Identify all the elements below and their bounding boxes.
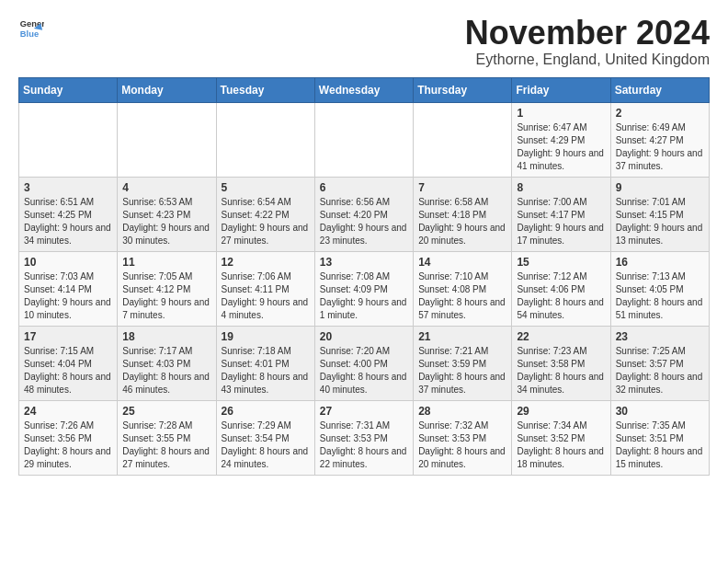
day-cell: 1Sunrise: 6:47 AMSunset: 4:29 PMDaylight…: [512, 102, 610, 177]
day-info: Sunrise: 7:29 AMSunset: 3:54 PMDaylight:…: [222, 419, 310, 471]
day-number: 12: [222, 256, 310, 269]
day-number: 30: [616, 405, 704, 418]
week-row-4: 17Sunrise: 7:15 AMSunset: 4:04 PMDayligh…: [19, 326, 710, 400]
svg-text:Blue: Blue: [20, 29, 39, 39]
day-cell: 9Sunrise: 7:01 AMSunset: 4:15 PMDaylight…: [610, 177, 709, 251]
day-number: 26: [222, 405, 310, 418]
weekday-header-saturday: Saturday: [610, 77, 709, 102]
day-cell: 2Sunrise: 6:49 AMSunset: 4:27 PMDaylight…: [610, 102, 709, 177]
day-cell: 10Sunrise: 7:03 AMSunset: 4:14 PMDayligh…: [19, 251, 118, 326]
day-number: 8: [517, 181, 605, 194]
day-number: 11: [122, 256, 210, 269]
day-number: 19: [222, 330, 310, 343]
day-cell: 19Sunrise: 7:18 AMSunset: 4:01 PMDayligh…: [216, 326, 314, 400]
day-info: Sunrise: 6:56 AMSunset: 4:20 PMDaylight:…: [320, 196, 408, 247]
week-row-1: 1Sunrise: 6:47 AMSunset: 4:29 PMDaylight…: [19, 102, 710, 177]
day-cell: 4Sunrise: 6:53 AMSunset: 4:23 PMDaylight…: [118, 177, 216, 251]
day-cell: 23Sunrise: 7:25 AMSunset: 3:57 PMDayligh…: [610, 326, 709, 400]
day-info: Sunrise: 7:25 AMSunset: 3:57 PMDaylight:…: [616, 345, 704, 396]
day-number: 21: [418, 330, 506, 343]
weekday-header-sunday: Sunday: [19, 77, 118, 102]
day-number: 4: [122, 181, 210, 194]
day-cell: 29Sunrise: 7:34 AMSunset: 3:52 PMDayligh…: [512, 400, 610, 475]
day-number: 17: [24, 330, 112, 343]
day-number: 28: [418, 405, 506, 418]
day-info: Sunrise: 7:05 AMSunset: 4:12 PMDaylight:…: [122, 270, 210, 322]
day-cell: [414, 102, 512, 177]
day-info: Sunrise: 7:26 AMSunset: 3:56 PMDaylight:…: [24, 419, 112, 471]
day-info: Sunrise: 6:53 AMSunset: 4:23 PMDaylight:…: [122, 196, 210, 247]
day-number: 10: [24, 256, 112, 269]
day-number: 14: [418, 256, 506, 269]
day-number: 25: [122, 405, 210, 418]
day-cell: 13Sunrise: 7:08 AMSunset: 4:09 PMDayligh…: [314, 251, 413, 326]
day-info: Sunrise: 7:00 AMSunset: 4:17 PMDaylight:…: [517, 196, 605, 247]
weekday-header-wednesday: Wednesday: [314, 77, 413, 102]
day-cell: 11Sunrise: 7:05 AMSunset: 4:12 PMDayligh…: [118, 251, 216, 326]
day-number: 23: [616, 330, 704, 343]
day-number: 7: [418, 181, 506, 194]
day-cell: 17Sunrise: 7:15 AMSunset: 4:04 PMDayligh…: [19, 326, 118, 400]
location-title: Eythorne, England, United Kingdom: [465, 52, 710, 68]
day-number: 27: [320, 405, 408, 418]
day-info: Sunrise: 7:12 AMSunset: 4:06 PMDaylight:…: [517, 270, 605, 322]
day-info: Sunrise: 7:01 AMSunset: 4:15 PMDaylight:…: [616, 196, 704, 247]
day-info: Sunrise: 7:13 AMSunset: 4:05 PMDaylight:…: [616, 270, 704, 322]
day-cell: 25Sunrise: 7:28 AMSunset: 3:55 PMDayligh…: [118, 400, 216, 475]
weekday-header-thursday: Thursday: [414, 77, 512, 102]
day-cell: 22Sunrise: 7:23 AMSunset: 3:58 PMDayligh…: [512, 326, 610, 400]
day-cell: [19, 102, 118, 177]
day-cell: 30Sunrise: 7:35 AMSunset: 3:51 PMDayligh…: [610, 400, 709, 475]
week-row-5: 24Sunrise: 7:26 AMSunset: 3:56 PMDayligh…: [19, 400, 710, 475]
day-cell: [314, 102, 413, 177]
week-row-3: 10Sunrise: 7:03 AMSunset: 4:14 PMDayligh…: [19, 251, 710, 326]
day-info: Sunrise: 6:47 AMSunset: 4:29 PMDaylight:…: [517, 121, 605, 173]
calendar-table: SundayMondayTuesdayWednesdayThursdayFrid…: [18, 77, 710, 476]
day-info: Sunrise: 6:51 AMSunset: 4:25 PMDaylight:…: [24, 196, 112, 247]
day-info: Sunrise: 7:10 AMSunset: 4:08 PMDaylight:…: [418, 270, 506, 322]
day-cell: [118, 102, 216, 177]
day-number: 9: [616, 181, 704, 194]
day-cell: 12Sunrise: 7:06 AMSunset: 4:11 PMDayligh…: [216, 251, 314, 326]
day-cell: 20Sunrise: 7:20 AMSunset: 4:00 PMDayligh…: [314, 326, 413, 400]
day-info: Sunrise: 7:03 AMSunset: 4:14 PMDaylight:…: [24, 270, 112, 322]
day-cell: 27Sunrise: 7:31 AMSunset: 3:53 PMDayligh…: [314, 400, 413, 475]
weekday-header-friday: Friday: [512, 77, 610, 102]
day-info: Sunrise: 7:17 AMSunset: 4:03 PMDaylight:…: [122, 345, 210, 396]
day-number: 2: [616, 107, 704, 120]
day-cell: 16Sunrise: 7:13 AMSunset: 4:05 PMDayligh…: [610, 251, 709, 326]
day-number: 18: [122, 330, 210, 343]
day-cell: 3Sunrise: 6:51 AMSunset: 4:25 PMDaylight…: [19, 177, 118, 251]
day-info: Sunrise: 7:34 AMSunset: 3:52 PMDaylight:…: [517, 419, 605, 471]
day-cell: 18Sunrise: 7:17 AMSunset: 4:03 PMDayligh…: [118, 326, 216, 400]
day-info: Sunrise: 7:15 AMSunset: 4:04 PMDaylight:…: [24, 345, 112, 396]
day-cell: 26Sunrise: 7:29 AMSunset: 3:54 PMDayligh…: [216, 400, 314, 475]
day-number: 13: [320, 256, 408, 269]
day-number: 20: [320, 330, 408, 343]
day-info: Sunrise: 7:35 AMSunset: 3:51 PMDaylight:…: [616, 419, 704, 471]
day-number: 24: [24, 405, 112, 418]
day-number: 29: [517, 405, 605, 418]
weekday-header-monday: Monday: [118, 77, 216, 102]
title-block: November 2024 Eythorne, England, United …: [465, 15, 710, 68]
week-row-2: 3Sunrise: 6:51 AMSunset: 4:25 PMDaylight…: [19, 177, 710, 251]
day-cell: 14Sunrise: 7:10 AMSunset: 4:08 PMDayligh…: [414, 251, 512, 326]
day-number: 6: [320, 181, 408, 194]
day-info: Sunrise: 7:06 AMSunset: 4:11 PMDaylight:…: [222, 270, 310, 322]
weekday-header-tuesday: Tuesday: [216, 77, 314, 102]
day-cell: 15Sunrise: 7:12 AMSunset: 4:06 PMDayligh…: [512, 251, 610, 326]
day-info: Sunrise: 7:20 AMSunset: 4:00 PMDaylight:…: [320, 345, 408, 396]
day-info: Sunrise: 7:28 AMSunset: 3:55 PMDaylight:…: [122, 419, 210, 471]
day-info: Sunrise: 6:58 AMSunset: 4:18 PMDaylight:…: [418, 196, 506, 247]
day-cell: 24Sunrise: 7:26 AMSunset: 3:56 PMDayligh…: [19, 400, 118, 475]
day-number: 5: [222, 181, 310, 194]
day-cell: 5Sunrise: 6:54 AMSunset: 4:22 PMDaylight…: [216, 177, 314, 251]
day-info: Sunrise: 7:18 AMSunset: 4:01 PMDaylight:…: [222, 345, 310, 396]
month-title: November 2024: [465, 15, 710, 52]
day-cell: 6Sunrise: 6:56 AMSunset: 4:20 PMDaylight…: [314, 177, 413, 251]
day-number: 1: [517, 107, 605, 120]
day-number: 16: [616, 256, 704, 269]
day-cell: 28Sunrise: 7:32 AMSunset: 3:53 PMDayligh…: [414, 400, 512, 475]
day-number: 15: [517, 256, 605, 269]
day-info: Sunrise: 7:32 AMSunset: 3:53 PMDaylight:…: [418, 419, 506, 471]
